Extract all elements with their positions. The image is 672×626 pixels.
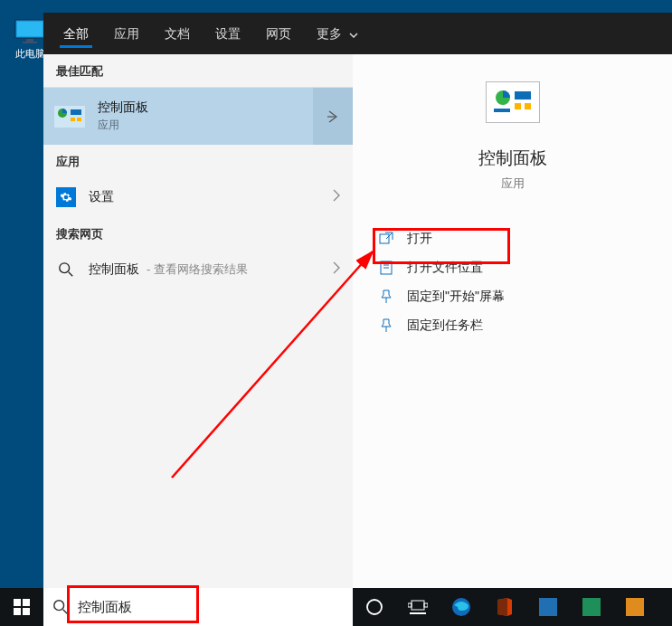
search-icon <box>56 260 76 280</box>
result-web-search[interactable]: 控制面板 - 查看网络搜索结果 <box>43 250 353 289</box>
control-panel-icon <box>491 87 535 118</box>
monitor-icon <box>14 18 46 45</box>
preview-icon <box>486 81 540 123</box>
chevron-right-icon <box>333 189 340 205</box>
result-label: 设置 <box>89 189 320 205</box>
search-icon <box>52 599 69 615</box>
svg-rect-22 <box>23 599 30 606</box>
best-match-main[interactable]: 控制面板 应用 <box>43 88 313 145</box>
taskbar-app-generic1[interactable] <box>526 588 570 626</box>
arrow-right-icon <box>326 109 340 124</box>
svg-rect-21 <box>14 599 21 606</box>
svg-rect-23 <box>14 608 21 615</box>
taskbar-app-generic3[interactable] <box>613 588 657 626</box>
section-web: 搜索网页 <box>43 217 353 250</box>
svg-rect-13 <box>515 91 531 100</box>
chevron-right-icon <box>333 261 340 278</box>
svg-point-10 <box>60 263 70 273</box>
tab-settings[interactable]: 设置 <box>203 15 253 52</box>
tab-label: 文档 <box>165 26 190 41</box>
tab-label: 网页 <box>266 26 291 41</box>
svg-point-27 <box>367 600 382 614</box>
app-icon <box>626 598 644 616</box>
svg-rect-14 <box>515 103 521 109</box>
section-best-match: 最佳匹配 <box>43 54 353 87</box>
start-button[interactable] <box>0 588 43 626</box>
action-pin-start[interactable]: 固定到"开始"屏幕 <box>353 282 672 311</box>
taskbar-app-edge[interactable] <box>440 588 483 626</box>
svg-rect-2 <box>26 39 33 42</box>
result-label: 控制面板 - 查看网络搜索结果 <box>89 261 320 278</box>
task-view-icon <box>408 599 428 615</box>
tab-label: 应用 <box>114 26 139 41</box>
web-item-sub: - 查看网络搜索结果 <box>147 262 248 276</box>
folder-icon <box>378 260 394 276</box>
best-match-text: 控制面板 应用 <box>98 100 148 133</box>
best-match-sub: 应用 <box>98 118 148 133</box>
office-icon <box>495 597 515 617</box>
gear-icon <box>56 187 76 207</box>
best-match-item[interactable]: 控制面板 应用 <box>43 87 353 145</box>
svg-rect-24 <box>23 608 30 615</box>
tab-docs[interactable]: 文档 <box>152 15 203 52</box>
action-label: 打开 <box>407 231 432 247</box>
svg-rect-6 <box>71 109 81 115</box>
preview-actions: 打开 打开文件位置 固定到"开始"屏幕 <box>353 224 672 340</box>
tab-label: 更多 <box>317 26 342 41</box>
search-tabs: 全部 应用 文档 设置 网页 更多 <box>43 13 672 54</box>
chevron-down-icon <box>349 26 358 41</box>
tab-more[interactable]: 更多 <box>304 15 371 52</box>
taskbar-app-generic2[interactable] <box>570 588 613 626</box>
svg-rect-35 <box>626 598 644 616</box>
taskbar <box>0 588 672 626</box>
svg-rect-7 <box>71 118 75 121</box>
tab-label: 设置 <box>215 26 241 41</box>
tab-web[interactable]: 网页 <box>253 15 304 52</box>
svg-rect-1 <box>17 22 43 36</box>
task-view-button[interactable] <box>396 588 440 626</box>
svg-point-25 <box>54 601 64 611</box>
section-apps: 应用 <box>43 145 353 177</box>
tab-all[interactable]: 全部 <box>51 15 101 52</box>
taskbar-search-box[interactable] <box>43 588 353 626</box>
pin-icon <box>378 318 394 334</box>
svg-line-26 <box>63 610 68 614</box>
search-flyout: 全部 应用 文档 设置 网页 更多 最佳匹配 <box>43 13 672 588</box>
svg-rect-4 <box>54 106 85 128</box>
tab-label: 全部 <box>63 26 89 41</box>
windows-icon <box>14 599 30 615</box>
action-label: 固定到任务栏 <box>407 318 483 334</box>
app-icon <box>539 598 557 616</box>
taskbar-icons <box>353 588 657 626</box>
results-left-column: 最佳匹配 控制面板 应用 <box>43 54 353 588</box>
search-input[interactable] <box>78 600 344 615</box>
svg-rect-30 <box>424 603 428 607</box>
open-icon <box>378 231 394 247</box>
action-open[interactable]: 打开 <box>353 224 672 253</box>
svg-rect-3 <box>23 42 37 43</box>
svg-rect-34 <box>582 598 601 616</box>
svg-rect-28 <box>412 601 424 610</box>
app-icon <box>582 598 601 616</box>
edge-icon <box>450 596 472 618</box>
best-match-expand[interactable] <box>313 88 353 145</box>
svg-rect-29 <box>408 603 412 607</box>
pin-icon <box>378 289 394 305</box>
svg-rect-15 <box>525 103 531 109</box>
taskbar-app-office[interactable] <box>483 588 526 626</box>
flyout-body: 最佳匹配 控制面板 应用 <box>43 54 672 588</box>
tab-apps[interactable]: 应用 <box>101 15 152 52</box>
svg-line-11 <box>69 272 73 277</box>
best-match-title: 控制面板 <box>98 100 148 116</box>
preview-column: 控制面板 应用 打开 打开文件位置 <box>353 54 672 588</box>
web-item-term: 控制面板 <box>89 261 139 276</box>
action-pin-taskbar[interactable]: 固定到任务栏 <box>353 311 672 340</box>
control-panel-icon <box>54 106 85 128</box>
action-label: 固定到"开始"屏幕 <box>407 289 505 305</box>
preview-title: 控制面板 <box>353 147 672 170</box>
action-open-location[interactable]: 打开文件位置 <box>353 253 672 282</box>
cortana-button[interactable] <box>353 588 396 626</box>
preview-sub: 应用 <box>353 175 672 192</box>
result-settings-app[interactable]: 设置 <box>43 177 353 217</box>
svg-rect-33 <box>539 598 557 616</box>
